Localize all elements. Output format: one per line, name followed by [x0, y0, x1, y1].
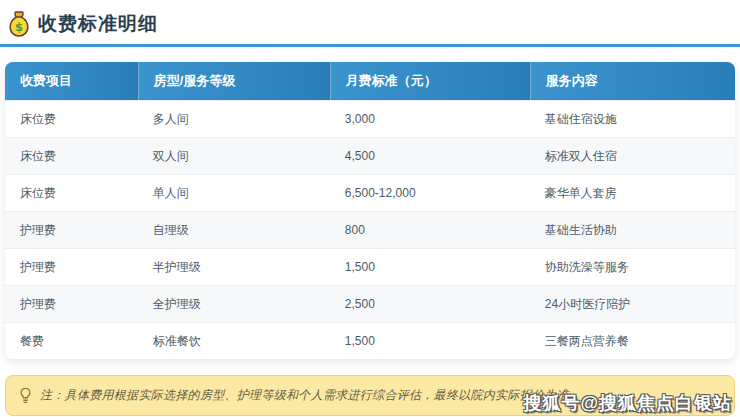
cell-item: 护理费 — [5, 212, 138, 248]
table-row: 餐费 标准餐饮 1,500 三餐两点营养餐 — [5, 322, 735, 359]
cell-item: 床位费 — [5, 175, 138, 211]
page-title: 收费标准明细 — [38, 11, 158, 37]
table-row: 护理费 半护理级 1,500 协助洗澡等服务 — [5, 248, 735, 285]
cell-room-type: 标准餐饮 — [138, 323, 330, 359]
cell-room-type: 自理级 — [138, 212, 330, 248]
column-header-room-type: 房型/服务等级 — [138, 62, 330, 100]
column-header-item: 收费项目 — [5, 62, 138, 100]
lightbulb-icon — [18, 387, 33, 404]
table-row: 床位费 多人间 3,000 基础住宿设施 — [5, 100, 735, 137]
cell-item: 床位费 — [5, 101, 138, 137]
table-header-row: 收费项目 房型/服务等级 月费标准（元） 服务内容 — [5, 62, 735, 100]
table-row: 床位费 单人间 6,500-12,000 豪华单人套房 — [5, 174, 735, 211]
section-header: $ 收费标准明细 — [0, 0, 740, 44]
svg-text:$: $ — [15, 20, 23, 34]
table-row: 护理费 自理级 800 基础生活协助 — [5, 211, 735, 248]
cell-monthly-fee: 6,500-12,000 — [330, 175, 530, 211]
cell-room-type: 双人间 — [138, 138, 330, 174]
cell-monthly-fee: 1,500 — [330, 323, 530, 359]
cell-monthly-fee: 2,500 — [330, 286, 530, 322]
money-bag-icon: $ — [8, 11, 30, 37]
cell-service: 标准双人住宿 — [530, 138, 735, 174]
cell-room-type: 半护理级 — [138, 249, 330, 285]
cell-service: 豪华单人套房 — [530, 175, 735, 211]
column-header-monthly-fee: 月费标准（元） — [330, 62, 530, 100]
cell-monthly-fee: 800 — [330, 212, 530, 248]
cell-monthly-fee: 1,500 — [330, 249, 530, 285]
cell-service: 基础住宿设施 — [530, 101, 735, 137]
cell-monthly-fee: 4,500 — [330, 138, 530, 174]
fee-schedule-page: $ 收费标准明细 收费项目 房型/服务等级 月费标准（元） 服务内容 床位费 多… — [0, 0, 740, 417]
cell-service: 基础生活协助 — [530, 212, 735, 248]
cell-item: 护理费 — [5, 286, 138, 322]
table-row: 护理费 全护理级 2,500 24小时医疗陪护 — [5, 285, 735, 322]
cell-room-type: 多人间 — [138, 101, 330, 137]
cell-room-type: 单人间 — [138, 175, 330, 211]
cell-service: 三餐两点营养餐 — [530, 323, 735, 359]
cell-room-type: 全护理级 — [138, 286, 330, 322]
note-text: 注：具体费用根据实际选择的房型、护理等级和个人需求进行综合评估，最终以院内实际报… — [40, 387, 581, 404]
watermark: 搜狐号@搜狐焦点白银站 — [523, 391, 732, 415]
cell-item: 餐费 — [5, 323, 138, 359]
cell-service: 24小时医疗陪护 — [530, 286, 735, 322]
title-underline — [0, 44, 740, 47]
table-row: 床位费 双人间 4,500 标准双人住宿 — [5, 137, 735, 174]
cell-item: 床位费 — [5, 138, 138, 174]
cell-item: 护理费 — [5, 249, 138, 285]
cell-service: 协助洗澡等服务 — [530, 249, 735, 285]
cell-monthly-fee: 3,000 — [330, 101, 530, 137]
column-header-service: 服务内容 — [530, 62, 735, 100]
fee-table: 收费项目 房型/服务等级 月费标准（元） 服务内容 床位费 多人间 3,000 … — [5, 62, 735, 359]
